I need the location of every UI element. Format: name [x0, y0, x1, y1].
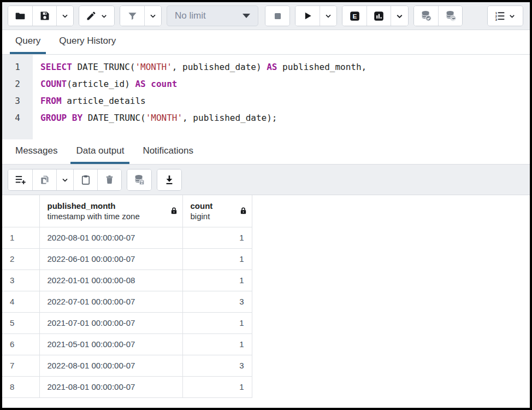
tab-query-label: Query [15, 36, 40, 46]
corner-header-cell[interactable] [2, 195, 39, 227]
tab-query[interactable]: Query [10, 30, 46, 54]
sql-code-line[interactable]: SELECT DATE_TRUNC('MONTH', published_dat… [40, 58, 530, 75]
edit-button-group [79, 5, 115, 26]
row-number-cell[interactable]: 8 [2, 376, 39, 397]
row-number-cell[interactable]: 6 [2, 333, 39, 355]
count-cell[interactable]: 3 [182, 291, 252, 312]
explain-button[interactable]: E [342, 6, 367, 26]
tab-messages-label: Messages [15, 145, 57, 156]
row-number-cell[interactable]: 1 [2, 227, 39, 248]
save-icon [39, 10, 50, 21]
caret-down-icon [243, 14, 250, 18]
query-tabbar: Query Query History [2, 30, 530, 55]
add-row-button[interactable] [8, 169, 32, 190]
open-file-button[interactable] [8, 6, 32, 26]
line-number: 4 [2, 109, 33, 126]
column-header-count[interactable]: countbigint [182, 195, 252, 227]
row-number-cell[interactable]: 4 [2, 291, 39, 312]
download-group [157, 169, 182, 191]
tab-notifications[interactable]: Notifications [137, 139, 199, 164]
numbered-list-icon: 123 [494, 10, 505, 21]
chevron-down-icon [324, 11, 333, 20]
transaction-button-group [413, 5, 463, 26]
count-cell[interactable]: 1 [182, 227, 252, 248]
sql-editor: 1234 SELECT DATE_TRUNC('MONTH', publishe… [2, 55, 530, 139]
tab-messages[interactable]: Messages [10, 139, 63, 164]
explain-button-group: E [342, 5, 409, 26]
stop-button[interactable] [265, 6, 289, 26]
row-limit-select[interactable]: No limit [167, 5, 258, 26]
timestamp-cell[interactable]: 2022-07-01 00:00:00-07 [39, 291, 182, 312]
delete-row-button[interactable] [97, 169, 121, 190]
explain-analyze-button[interactable] [367, 6, 391, 26]
line-number-gutter: 1234 [2, 55, 33, 139]
download-icon [164, 174, 175, 185]
download-csv-button[interactable] [157, 169, 181, 190]
count-cell[interactable]: 3 [182, 355, 252, 376]
line-number: 3 [2, 92, 33, 109]
save-options-button[interactable] [56, 6, 73, 26]
tab-query-history-label: Query History [59, 36, 116, 46]
stop-button-group [265, 5, 290, 26]
row-number-cell[interactable]: 3 [2, 270, 39, 291]
chevron-down-icon [149, 11, 157, 20]
count-cell[interactable]: 1 [182, 376, 252, 397]
save-data-changes-button[interactable] [127, 169, 151, 190]
play-icon [302, 10, 313, 21]
row-number-cell[interactable]: 7 [2, 355, 39, 376]
database-save-icon [133, 174, 145, 186]
column-type: bigint [191, 211, 213, 221]
tab-data-output-label: Data output [76, 145, 124, 156]
results-edit-group [8, 169, 122, 191]
file-button-group [8, 5, 74, 26]
database-commit-icon [420, 10, 432, 22]
count-cell[interactable]: 1 [182, 333, 252, 355]
filter-options-button[interactable] [144, 6, 161, 26]
copy-button[interactable] [32, 169, 56, 190]
row-number-cell[interactable]: 5 [2, 312, 39, 333]
count-cell[interactable]: 1 [182, 312, 252, 333]
filter-button[interactable] [120, 6, 144, 26]
timestamp-cell[interactable]: 2021-08-01 00:00:00-07 [39, 376, 182, 397]
timestamp-cell[interactable]: 2022-06-01 00:00:00-07 [39, 248, 182, 270]
chevron-down-icon [508, 12, 516, 20]
timestamp-cell[interactable]: 2020-08-01 00:00:00-07 [39, 227, 182, 248]
explain-options-button[interactable] [391, 6, 408, 26]
tab-query-history[interactable]: Query History [54, 30, 121, 54]
macros-button[interactable]: 123 [488, 6, 523, 26]
folder-icon [15, 10, 26, 21]
sql-code-line[interactable]: FROM article_details [40, 92, 530, 109]
filter-icon [127, 11, 138, 21]
line-number: 2 [2, 75, 33, 92]
save-button[interactable] [32, 6, 56, 26]
table-row: 32022-01-01 00:00:00-081 [2, 270, 252, 291]
column-header-published_month[interactable]: published_monthtimestamp with time zone [39, 195, 182, 227]
filter-button-group [120, 5, 162, 26]
svg-text:2: 2 [495, 15, 498, 18]
rollback-button[interactable] [438, 6, 462, 26]
results-table: published_monthtimestamp with time zonec… [2, 195, 252, 398]
commit-button[interactable] [414, 6, 438, 26]
execute-button[interactable] [295, 6, 320, 26]
timestamp-cell[interactable]: 2021-07-01 00:00:00-07 [39, 312, 182, 333]
results-tabbar: Messages Data output Notifications [2, 139, 530, 165]
sql-code-area[interactable]: SELECT DATE_TRUNC('MONTH', published_dat… [33, 55, 530, 139]
pencil-icon [86, 10, 97, 21]
tab-data-output[interactable]: Data output [70, 139, 129, 164]
count-cell[interactable]: 1 [182, 248, 252, 270]
paste-button[interactable] [73, 169, 97, 190]
table-row: 82021-08-01 00:00:00-071 [2, 376, 252, 397]
row-number-cell[interactable]: 2 [2, 248, 39, 270]
sql-code-line[interactable]: GROUP BY DATE_TRUNC('MONTH', published_d… [40, 109, 530, 126]
timestamp-cell[interactable]: 2021-05-01 00:00:00-07 [39, 333, 182, 355]
execute-options-button[interactable] [320, 6, 336, 26]
count-cell[interactable]: 1 [182, 270, 252, 291]
timestamp-cell[interactable]: 2022-01-01 00:00:00-08 [39, 270, 182, 291]
edit-button[interactable] [79, 6, 114, 26]
copy-options-button[interactable] [56, 169, 73, 190]
clipboard-icon [80, 174, 91, 185]
timestamp-cell[interactable]: 2022-08-01 00:00:00-07 [39, 355, 182, 376]
table-row: 52021-07-01 00:00:00-071 [2, 312, 252, 333]
sql-code-line[interactable]: COUNT(article_id) AS count [40, 75, 530, 92]
row-limit-value: No limit [175, 10, 206, 21]
